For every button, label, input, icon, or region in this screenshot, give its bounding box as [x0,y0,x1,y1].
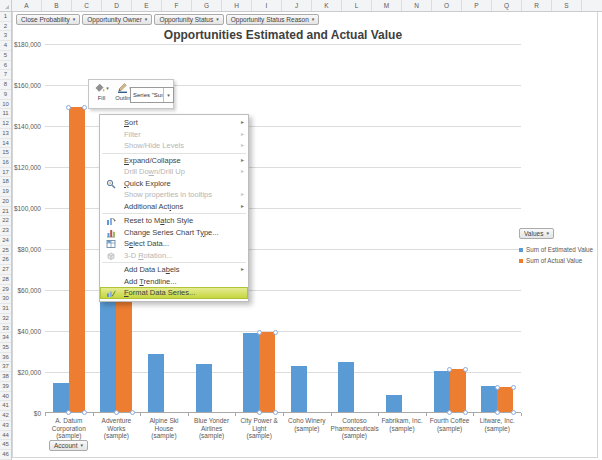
selection-handle[interactable] [273,330,278,335]
filter-button-opportunity-owner[interactable]: Opportunity Owner▾ [82,14,152,25]
row-header-8[interactable]: 8 [0,80,11,90]
selection-handle[interactable] [463,410,468,415]
selection-handle[interactable] [82,410,87,415]
row-header-12[interactable]: 12 [0,119,11,129]
row-header-11[interactable]: 11 [0,109,11,119]
row-header-3[interactable]: 3 [0,31,11,41]
row-header-18[interactable]: 18 [0,177,11,187]
row-header-46[interactable]: 46 [0,450,11,460]
selection-handle[interactable] [82,105,87,110]
row-header-27[interactable]: 27 [0,265,11,275]
bar-estimated-7[interactable] [386,395,402,412]
column-header-N[interactable]: N [402,0,432,11]
row-header-21[interactable]: 21 [0,207,11,217]
bar-estimated-2[interactable] [148,354,164,412]
filter-button-opportunity-status-reason[interactable]: Opportunity Status Reason▾ [226,14,320,25]
column-header-I[interactable]: I [252,0,282,11]
row-header-22[interactable]: 22 [0,216,11,226]
axis-field-button-account[interactable]: Account ▾ [49,440,88,451]
row-header-44[interactable]: 44 [0,431,11,441]
menu-item-expand-collapse[interactable]: Expand/Collapse▸ [100,155,248,167]
bar-actual-8[interactable] [450,369,466,412]
row-header-40[interactable]: 40 [0,392,11,402]
row-header-7[interactable]: 7 [0,70,11,80]
row-header-36[interactable]: 36 [0,353,11,363]
selection-handle[interactable] [114,410,119,415]
bar-actual-9[interactable] [497,387,513,412]
selection-handle[interactable] [447,410,452,415]
menu-item-add-trendline[interactable]: Add Trendline... [100,276,248,288]
row-header-29[interactable]: 29 [0,285,11,295]
bar-estimated-6[interactable] [338,362,354,412]
selection-handle[interactable] [463,367,468,372]
column-header-B[interactable]: B [42,0,72,11]
selection-handle[interactable] [495,385,500,390]
row-header-23[interactable]: 23 [0,226,11,236]
menu-item-select-data[interactable]: Select Data... [100,238,248,250]
row-header-41[interactable]: 41 [0,401,11,411]
selection-handle[interactable] [257,410,262,415]
row-header-1[interactable]: 1 [0,12,11,22]
row-header-26[interactable]: 26 [0,255,11,265]
column-header-A[interactable]: A [12,0,42,11]
chart-element-selector[interactable]: Series "Sum of ▾ [130,87,174,103]
chart-title[interactable]: Opportunities Estimated and Actual Value [45,28,521,42]
row-header-24[interactable]: 24 [0,236,11,246]
selection-handle[interactable] [66,410,71,415]
row-header-43[interactable]: 43 [0,421,11,431]
row-header-33[interactable]: 33 [0,324,11,334]
row-header-5[interactable]: 5 [0,51,11,61]
select-all-corner[interactable] [0,0,12,11]
row-header-32[interactable]: 32 [0,314,11,324]
row-header-16[interactable]: 16 [0,158,11,168]
row-header-35[interactable]: 35 [0,343,11,353]
filter-button-opportunity-status[interactable]: Opportunity Status▾ [154,14,223,25]
row-header-25[interactable]: 25 [0,246,11,256]
menu-item-quick-explore[interactable]: Quick Explore [100,178,248,190]
row-header-34[interactable]: 34 [0,333,11,343]
row-header-38[interactable]: 38 [0,372,11,382]
selection-handle[interactable] [495,410,500,415]
column-header-S[interactable]: S [552,0,582,11]
bar-actual-4[interactable] [259,332,275,412]
bar-estimated-4[interactable] [243,333,259,412]
column-header-K[interactable]: K [312,0,342,11]
row-header-13[interactable]: 13 [0,129,11,139]
bar-estimated-0[interactable] [53,383,69,412]
row-header-15[interactable]: 15 [0,148,11,158]
column-header-F[interactable]: F [162,0,192,11]
row-header-37[interactable]: 37 [0,362,11,372]
column-header-D[interactable]: D [102,0,132,11]
row-header-42[interactable]: 42 [0,411,11,421]
column-header-E[interactable]: E [132,0,162,11]
row-header-6[interactable]: 6 [0,61,11,71]
bar-actual-0[interactable] [69,107,85,412]
selection-handle[interactable] [511,410,516,415]
menu-item-additional-actions[interactable]: Additional Actions▸ [100,201,248,213]
row-header-4[interactable]: 4 [0,41,11,51]
row-header-20[interactable]: 20 [0,197,11,207]
row-header-9[interactable]: 9 [0,90,11,100]
selection-handle[interactable] [447,367,452,372]
menu-item-format-data-series[interactable]: Format Data Series... [100,287,248,299]
bar-estimated-8[interactable] [434,371,450,412]
row-header-10[interactable]: 10 [0,100,11,110]
menu-item-change-series-chart-type[interactable]: Change Series Chart Type... [100,227,248,239]
selection-handle[interactable] [273,410,278,415]
row-header-39[interactable]: 39 [0,382,11,392]
row-header-14[interactable]: 14 [0,139,11,149]
row-header-31[interactable]: 31 [0,304,11,314]
selection-handle[interactable] [130,410,135,415]
column-header-H[interactable]: H [222,0,252,11]
chevron-down-icon[interactable]: ▾ [163,88,173,102]
row-header-17[interactable]: 17 [0,168,11,178]
column-header-J[interactable]: J [282,0,312,11]
column-header-G[interactable]: G [192,0,222,11]
selection-handle[interactable] [257,330,262,335]
bar-estimated-3[interactable] [196,364,212,412]
column-header-M[interactable]: M [372,0,402,11]
column-header-R[interactable]: R [522,0,552,11]
row-header-28[interactable]: 28 [0,275,11,285]
selection-handle[interactable] [66,105,71,110]
selection-handle[interactable] [511,385,516,390]
